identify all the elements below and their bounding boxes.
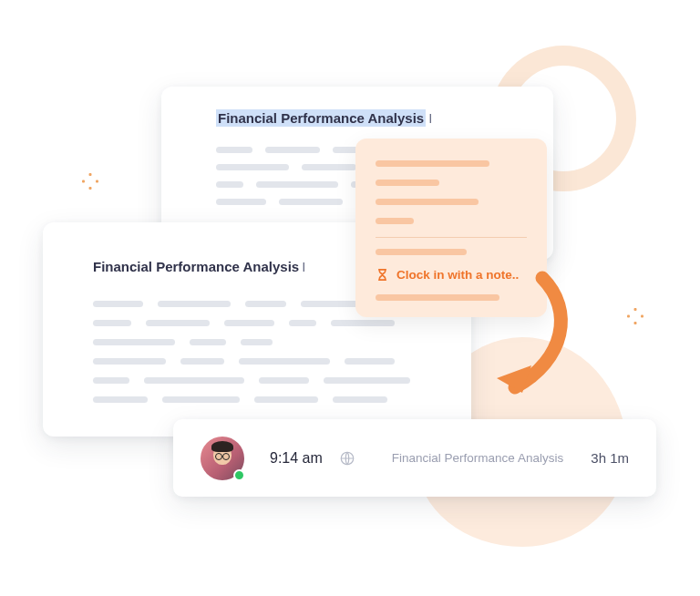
svg-rect-7 — [641, 315, 643, 318]
svg-rect-4 — [634, 308, 637, 311]
text-cursor-icon: I — [428, 110, 432, 126]
svg-rect-6 — [627, 315, 630, 318]
menu-item-placeholder[interactable] — [376, 218, 414, 224]
menu-item-placeholder[interactable] — [376, 180, 439, 186]
entry-duration: 3h 1m — [591, 450, 629, 466]
svg-rect-1 — [89, 187, 92, 190]
sparkle-icon — [627, 308, 643, 324]
menu-divider — [376, 237, 527, 238]
menu-item-placeholder[interactable] — [376, 294, 499, 301]
svg-rect-2 — [82, 180, 85, 183]
document-title-highlighted[interactable]: Financial Performance Analysis — [216, 109, 426, 127]
menu-item-placeholder[interactable] — [376, 160, 489, 167]
text-cursor-icon: I — [302, 259, 305, 274]
svg-rect-5 — [634, 322, 637, 324]
menu-item-placeholder[interactable] — [376, 249, 467, 255]
user-avatar[interactable] — [201, 437, 244, 480]
hourglass-icon — [376, 268, 389, 282]
context-menu-popup: Clock in with a note.. — [355, 139, 547, 317]
entry-note: Financial Performance Analysis — [392, 451, 591, 465]
document-title: Financial Performance Analysis — [93, 259, 299, 274]
timesheet-entry-row[interactable]: 9:14 am Financial Performance Analysis 3… — [173, 419, 656, 497]
sparkle-icon — [82, 173, 98, 190]
online-status-dot — [233, 469, 245, 481]
menu-item-placeholder[interactable] — [376, 199, 479, 205]
menu-item-label: Clock in with a note.. — [396, 268, 519, 282]
clock-in-with-note-menu-item[interactable]: Clock in with a note.. — [376, 268, 527, 282]
svg-rect-3 — [96, 180, 98, 183]
svg-rect-0 — [89, 173, 92, 176]
entry-start-time: 9:14 am — [270, 450, 323, 467]
timezone-icon[interactable] — [339, 450, 355, 467]
